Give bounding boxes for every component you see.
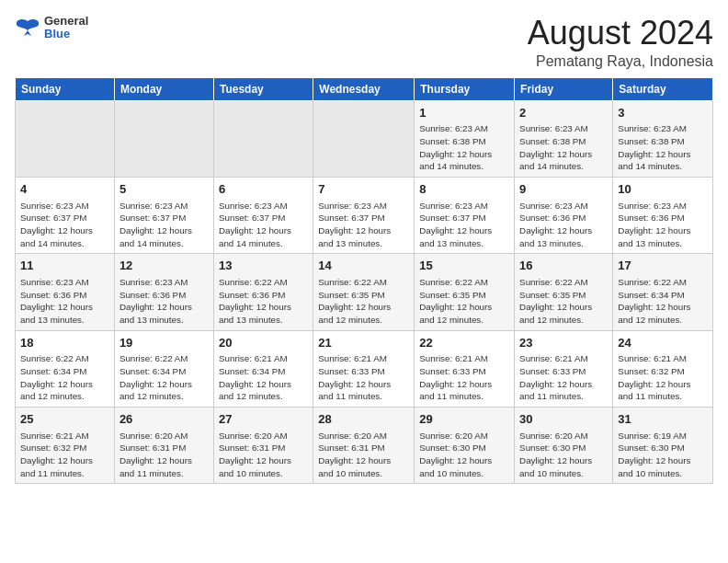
day-info-text: Sunrise: 6:23 AM Sunset: 6:38 PM Dayligh…	[618, 122, 708, 173]
day-number: 22	[419, 335, 509, 351]
day-number: 12	[119, 258, 209, 274]
calendar-day-cell: 9Sunrise: 6:23 AM Sunset: 6:36 PM Daylig…	[515, 177, 613, 253]
calendar-day-cell: 7Sunrise: 6:23 AM Sunset: 6:37 PM Daylig…	[313, 177, 415, 253]
day-number: 3	[618, 105, 708, 121]
calendar-day-cell: 29Sunrise: 6:20 AM Sunset: 6:30 PM Dayli…	[415, 408, 515, 484]
day-info-text: Sunrise: 6:21 AM Sunset: 6:32 PM Dayligh…	[618, 352, 708, 403]
weekday-header-row: SundayMondayTuesdayWednesdayThursdayFrid…	[16, 77, 713, 100]
day-number: 4	[20, 181, 109, 198]
day-info-text: Sunrise: 6:20 AM Sunset: 6:31 PM Dayligh…	[219, 430, 308, 480]
calendar-week-row: 4Sunrise: 6:23 AM Sunset: 6:37 PM Daylig…	[16, 177, 713, 253]
calendar-day-cell: 17Sunrise: 6:22 AM Sunset: 6:34 PM Dayli…	[613, 254, 713, 330]
weekday-header-cell: Monday	[114, 77, 213, 100]
calendar-day-cell: 19Sunrise: 6:22 AM Sunset: 6:34 PM Dayli…	[114, 330, 213, 407]
calendar-day-cell: 20Sunrise: 6:21 AM Sunset: 6:34 PM Dayli…	[213, 330, 313, 407]
day-number: 16	[519, 258, 608, 274]
day-info-text: Sunrise: 6:23 AM Sunset: 6:37 PM Dayligh…	[219, 200, 308, 250]
day-info-text: Sunrise: 6:22 AM Sunset: 6:34 PM Dayligh…	[119, 352, 209, 403]
calendar-body: 1Sunrise: 6:23 AM Sunset: 6:38 PM Daylig…	[16, 100, 713, 484]
calendar-day-cell: 23Sunrise: 6:21 AM Sunset: 6:33 PM Dayli…	[515, 330, 613, 407]
day-number: 25	[20, 411, 109, 428]
day-info-text: Sunrise: 6:20 AM Sunset: 6:31 PM Dayligh…	[318, 430, 409, 480]
calendar-day-cell: 21Sunrise: 6:21 AM Sunset: 6:33 PM Dayli…	[313, 330, 415, 407]
page-header: General Blue August 2024 Pematang Raya, …	[15, 15, 713, 70]
calendar-day-cell: 13Sunrise: 6:22 AM Sunset: 6:36 PM Dayli…	[213, 254, 313, 330]
day-info-text: Sunrise: 6:21 AM Sunset: 6:32 PM Dayligh…	[20, 430, 109, 480]
day-number: 14	[318, 258, 409, 274]
day-number: 15	[419, 258, 509, 274]
day-info-text: Sunrise: 6:23 AM Sunset: 6:37 PM Dayligh…	[419, 200, 509, 250]
day-number: 20	[219, 335, 308, 351]
calendar-week-row: 25Sunrise: 6:21 AM Sunset: 6:32 PM Dayli…	[16, 408, 713, 484]
calendar-day-cell: 6Sunrise: 6:23 AM Sunset: 6:37 PM Daylig…	[213, 177, 313, 253]
day-info-text: Sunrise: 6:19 AM Sunset: 6:30 PM Dayligh…	[618, 430, 708, 480]
day-number: 9	[519, 181, 608, 198]
calendar-table: SundayMondayTuesdayWednesdayThursdayFrid…	[15, 77, 713, 485]
day-info-text: Sunrise: 6:22 AM Sunset: 6:36 PM Dayligh…	[219, 276, 308, 327]
weekday-header-cell: Sunday	[16, 77, 115, 100]
day-number: 31	[618, 411, 708, 428]
calendar-day-cell: 8Sunrise: 6:23 AM Sunset: 6:37 PM Daylig…	[415, 177, 515, 253]
day-info-text: Sunrise: 6:21 AM Sunset: 6:34 PM Dayligh…	[219, 352, 308, 403]
day-info-text: Sunrise: 6:20 AM Sunset: 6:30 PM Dayligh…	[419, 430, 509, 480]
calendar-day-cell	[213, 100, 313, 177]
logo-general-text: General	[44, 15, 88, 28]
day-info-text: Sunrise: 6:20 AM Sunset: 6:31 PM Dayligh…	[119, 430, 209, 480]
day-number: 27	[219, 411, 308, 428]
weekday-header-cell: Saturday	[613, 77, 713, 100]
calendar-day-cell: 4Sunrise: 6:23 AM Sunset: 6:37 PM Daylig…	[16, 177, 115, 253]
location-subtitle: Pematang Raya, Indonesia	[528, 53, 713, 70]
weekday-header-cell: Wednesday	[313, 77, 415, 100]
day-info-text: Sunrise: 6:21 AM Sunset: 6:33 PM Dayligh…	[318, 352, 409, 403]
calendar-day-cell	[313, 100, 415, 177]
day-info-text: Sunrise: 6:23 AM Sunset: 6:36 PM Dayligh…	[20, 276, 109, 327]
day-number: 23	[519, 335, 608, 351]
calendar-day-cell: 14Sunrise: 6:22 AM Sunset: 6:35 PM Dayli…	[313, 254, 415, 330]
day-number: 17	[618, 258, 708, 274]
calendar-day-cell: 27Sunrise: 6:20 AM Sunset: 6:31 PM Dayli…	[213, 408, 313, 484]
calendar-day-cell: 10Sunrise: 6:23 AM Sunset: 6:36 PM Dayli…	[613, 177, 713, 253]
day-number: 2	[519, 105, 608, 121]
calendar-day-cell: 1Sunrise: 6:23 AM Sunset: 6:38 PM Daylig…	[415, 100, 515, 177]
logo-bird-icon	[15, 17, 40, 38]
day-number: 19	[119, 335, 209, 351]
day-number: 7	[318, 181, 409, 198]
day-info-text: Sunrise: 6:22 AM Sunset: 6:34 PM Dayligh…	[618, 276, 708, 327]
day-info-text: Sunrise: 6:23 AM Sunset: 6:36 PM Dayligh…	[519, 200, 608, 250]
weekday-header-cell: Tuesday	[213, 77, 313, 100]
day-number: 6	[219, 181, 308, 198]
day-info-text: Sunrise: 6:22 AM Sunset: 6:35 PM Dayligh…	[519, 276, 608, 327]
day-info-text: Sunrise: 6:23 AM Sunset: 6:36 PM Dayligh…	[119, 276, 209, 327]
day-info-text: Sunrise: 6:22 AM Sunset: 6:35 PM Dayligh…	[419, 276, 509, 327]
calendar-day-cell: 11Sunrise: 6:23 AM Sunset: 6:36 PM Dayli…	[16, 254, 115, 330]
day-info-text: Sunrise: 6:23 AM Sunset: 6:37 PM Dayligh…	[20, 200, 109, 250]
calendar-day-cell: 26Sunrise: 6:20 AM Sunset: 6:31 PM Dayli…	[114, 408, 213, 484]
day-info-text: Sunrise: 6:22 AM Sunset: 6:35 PM Dayligh…	[318, 276, 409, 327]
day-number: 1	[419, 105, 509, 121]
logo: General Blue	[15, 15, 88, 41]
calendar-day-cell: 31Sunrise: 6:19 AM Sunset: 6:30 PM Dayli…	[613, 408, 713, 484]
calendar-day-cell	[16, 100, 115, 177]
day-number: 8	[419, 181, 509, 198]
calendar-week-row: 1Sunrise: 6:23 AM Sunset: 6:38 PM Daylig…	[16, 100, 713, 177]
calendar-day-cell: 28Sunrise: 6:20 AM Sunset: 6:31 PM Dayli…	[313, 408, 415, 484]
day-info-text: Sunrise: 6:23 AM Sunset: 6:37 PM Dayligh…	[119, 200, 209, 250]
calendar-day-cell: 18Sunrise: 6:22 AM Sunset: 6:34 PM Dayli…	[16, 330, 115, 407]
day-number: 10	[618, 181, 708, 198]
day-number: 18	[20, 335, 109, 351]
day-info-text: Sunrise: 6:23 AM Sunset: 6:37 PM Dayligh…	[318, 200, 409, 250]
calendar-day-cell: 12Sunrise: 6:23 AM Sunset: 6:36 PM Dayli…	[114, 254, 213, 330]
calendar-day-cell: 25Sunrise: 6:21 AM Sunset: 6:32 PM Dayli…	[16, 408, 115, 484]
day-number: 29	[419, 411, 509, 428]
day-number: 21	[318, 335, 409, 351]
day-number: 30	[519, 411, 608, 428]
day-number: 28	[318, 411, 409, 428]
day-info-text: Sunrise: 6:23 AM Sunset: 6:36 PM Dayligh…	[618, 200, 708, 250]
calendar-day-cell: 16Sunrise: 6:22 AM Sunset: 6:35 PM Dayli…	[515, 254, 613, 330]
weekday-header-cell: Friday	[515, 77, 613, 100]
day-info-text: Sunrise: 6:21 AM Sunset: 6:33 PM Dayligh…	[419, 352, 509, 403]
day-info-text: Sunrise: 6:21 AM Sunset: 6:33 PM Dayligh…	[519, 352, 608, 403]
calendar-day-cell	[114, 100, 213, 177]
calendar-day-cell: 30Sunrise: 6:20 AM Sunset: 6:30 PM Dayli…	[515, 408, 613, 484]
month-year-title: August 2024	[528, 15, 713, 52]
